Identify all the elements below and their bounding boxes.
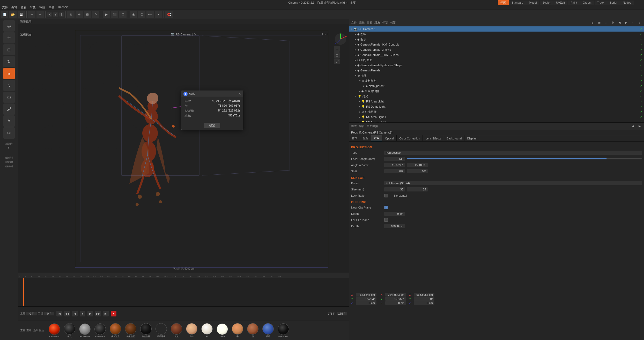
material-item-9[interactable]: 身体 <box>184 323 199 338</box>
coord-z-rot-value[interactable]: 0 cm <box>385 301 406 305</box>
tree-item-15[interactable]: ▶💡RS Dome Light✓ <box>349 104 644 109</box>
sec-menu-item-标签[interactable]: 标签 <box>39 5 45 9</box>
menu-item-编辑[interactable]: 编辑 <box>11 1 17 4</box>
scene-icon-7[interactable]: ↑ <box>631 20 635 25</box>
material-item-5[interactable]: 头发预置 <box>123 323 138 338</box>
tree-vis-11[interactable]: ✓ <box>639 85 643 87</box>
view-icon-3[interactable]: ⛶ <box>334 58 340 64</box>
tree-item-12[interactable]: ▶◈银金属钮扣✓ <box>349 88 644 94</box>
menu-item-RealFlow[interactable]: RealFlow <box>129 1 141 4</box>
prop-type-value[interactable]: Perspective <box>384 151 642 155</box>
sec-menu-item-查看[interactable]: 查看 <box>21 5 26 9</box>
point-mode[interactable]: • <box>155 11 162 18</box>
scene-icon-8[interactable]: ↓ <box>637 20 642 25</box>
material-item-7[interactable]: 眼睛透明 <box>154 323 168 338</box>
tree-item-1[interactable]: ▶◈图标✓ <box>349 32 644 37</box>
scene-menu-3[interactable]: 查看 <box>367 21 372 25</box>
mode-tab-track[interactable]: Track <box>595 1 607 5</box>
tree-item-4[interactable]: ▶◈GenesisFemale_JPelvis✓ <box>349 47 644 52</box>
save-button[interactable]: 💾 <box>18 11 25 18</box>
menu-item-文件[interactable]: 文件 <box>2 1 8 4</box>
menu-item-动画[interactable]: 动画 <box>58 1 64 4</box>
move-tool[interactable]: ✛ <box>76 11 83 18</box>
menu-item-窗口[interactable]: 窗口 <box>154 1 159 4</box>
scene-icon-4[interactable]: ⚙ <box>610 20 615 25</box>
prop-near-clip-checkbox[interactable]: ✓ <box>384 206 388 209</box>
mat-menu-3[interactable]: 选择 <box>33 329 38 332</box>
viewport-canvas[interactable]: CG模型主 CG模型主 CG模型主 www.CGMXW.com www.CGMX… <box>18 25 349 273</box>
prop-far-depth-value[interactable]: 10000 cm <box>384 224 405 228</box>
material-item-11[interactable]: Teeth <box>215 323 229 338</box>
sec-menu-item-编辑[interactable]: 编辑 <box>11 5 17 9</box>
tree-item-18[interactable]: ▶💡RS Area Light.2✓ <box>349 120 644 122</box>
stop-btn[interactable]: ■ <box>80 311 85 316</box>
material-item-3[interactable]: RS Materia <box>93 323 107 338</box>
menu-item-创建[interactable]: 创建 <box>21 1 26 4</box>
tree-vis-8[interactable]: ✓ <box>639 69 643 72</box>
prop-lock-checkbox[interactable] <box>384 194 388 197</box>
menu-item-脚本[interactable]: 脚本 <box>144 1 150 4</box>
prop-tab-optical[interactable]: Optical <box>382 135 397 141</box>
prop-focal-value[interactable]: 135 <box>384 157 405 161</box>
dialog-close-btn[interactable]: ✕ <box>238 92 241 96</box>
sidebar-select[interactable]: ◎ <box>3 20 15 32</box>
coord-z-pos-value[interactable]: 0 cm <box>356 301 376 305</box>
mode-tab-groom[interactable]: Groom <box>580 1 594 5</box>
tree-vis-4[interactable]: ✓ <box>639 48 643 51</box>
material-item-6[interactable]: 头皮纹圈 <box>139 323 153 338</box>
material-item-0[interactable]: RS Materia <box>47 323 61 338</box>
tree-vis-17[interactable]: ✓ <box>639 116 643 119</box>
prop-icon-2[interactable]: ▶ <box>637 124 642 129</box>
prop-preset-value[interactable]: Full Frame (36x24) <box>384 181 642 185</box>
menu-item-网格[interactable]: 网格 <box>49 1 54 4</box>
prop-near-depth-value[interactable]: 0 cm <box>384 212 405 216</box>
menu-item-帮助[interactable]: 帮助 <box>163 1 169 4</box>
mode-tab-standard[interactable]: Standard <box>509 1 526 5</box>
material-item-2[interactable]: RS Materia <box>78 323 92 338</box>
rotate-tool[interactable]: ↻ <box>92 11 99 18</box>
coord-x-scale-value[interactable]: -963.8057 cm <box>414 293 434 297</box>
prop-shift-v1[interactable]: 0% <box>384 169 405 173</box>
render-view[interactable]: ▶ <box>103 11 110 18</box>
sidebar-scale[interactable]: ⊡ <box>3 44 15 55</box>
scene-menu-1[interactable]: 文件 <box>351 21 357 25</box>
prop-menu-2[interactable]: 编辑 <box>359 124 365 128</box>
prop-size-v1[interactable]: 36 <box>384 187 405 191</box>
material-item-14[interactable]: 眼睛 <box>261 323 275 338</box>
material-item-1[interactable]: 瞳孔 <box>62 323 77 338</box>
scale-tool[interactable]: ⊡ <box>84 11 91 18</box>
mat-menu-2[interactable]: 查看 <box>26 329 32 332</box>
go-end-btn[interactable]: ▶| <box>103 311 109 316</box>
coord-y-pos-value[interactable]: -1.6253° <box>356 297 376 301</box>
tree-item-3[interactable]: ▶◈GenesisFemale_IKM_Controls✓ <box>349 42 644 47</box>
object-mode[interactable]: ◉ <box>130 11 137 18</box>
timeline-tracks[interactable] <box>18 278 349 306</box>
sec-menu-item-书签[interactable]: 书签 <box>49 5 54 9</box>
dialog-ok-btn[interactable]: 确定 <box>204 123 220 128</box>
scene-menu-5[interactable]: 标签 <box>382 21 388 25</box>
prop-far-clip-checkbox[interactable] <box>384 218 388 222</box>
tree-item-8[interactable]: ▶◈GenesisFemale✓ <box>349 68 644 73</box>
tree-vis-18[interactable]: ✓ <box>639 121 643 123</box>
tree-vis-16[interactable]: ✓ <box>639 110 643 113</box>
tree-vis-13[interactable]: ✓ <box>639 95 643 98</box>
scene-menu-6[interactable]: 书签 <box>390 21 396 25</box>
prop-tab-对象[interactable]: 对象 <box>371 135 382 141</box>
prop-shift-v2[interactable]: 0% <box>407 169 428 173</box>
open-button[interactable]: 📂 <box>9 11 17 18</box>
tree-vis-15[interactable]: ✓ <box>639 105 643 108</box>
scene-icon-6[interactable]: ▶ <box>624 20 628 25</box>
prev-frame-btn[interactable]: ◀◀ <box>64 311 70 316</box>
menu-item-工具[interactable]: 工具 <box>39 1 45 4</box>
start-frame-input[interactable]: 175 F <box>337 312 347 315</box>
tree-item-14[interactable]: ▶💡RS Area Light✓ <box>349 99 644 104</box>
prop-menu-1[interactable]: 模式 <box>351 124 357 128</box>
menu-item-插件[interactable]: 插件 <box>120 1 125 4</box>
tree-item-2[interactable]: ▶◈图示✓ <box>349 37 644 42</box>
tree-vis-10[interactable]: ✓ <box>639 79 643 82</box>
tree-item-17[interactable]: ▶💡RS Area Light.1✓ <box>349 114 644 120</box>
redo-button[interactable]: ↪ <box>36 11 44 18</box>
frame-total[interactable]: 0 F <box>44 312 54 315</box>
mode-tab-paint[interactable]: Paint <box>568 1 580 5</box>
tree-item-7[interactable]: ▶◈GenesisFemaleEyelashes.Shape✓ <box>349 63 644 68</box>
